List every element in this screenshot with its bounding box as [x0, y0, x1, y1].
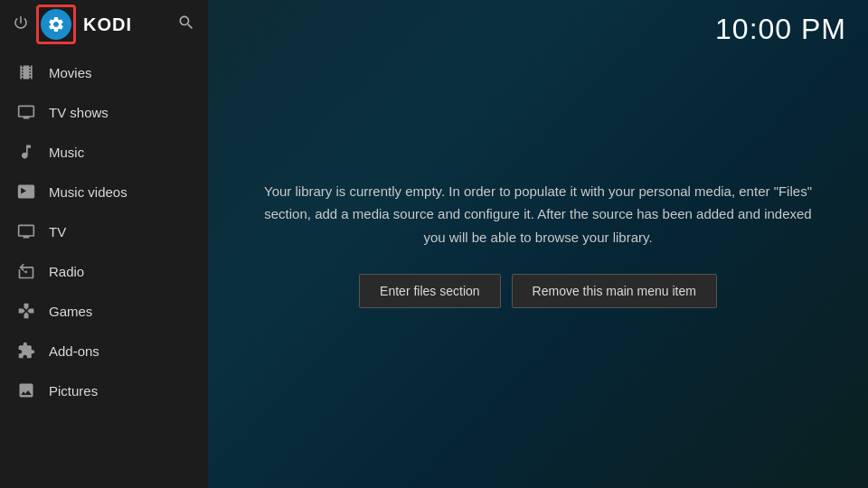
sidebar-item-games[interactable]: Games — [0, 291, 208, 331]
tv-label: TV — [49, 224, 66, 239]
library-empty-message: Your library is currently empty. In orde… — [262, 180, 814, 249]
addons-icon — [16, 341, 36, 361]
games-icon — [16, 301, 36, 321]
addons-label: Add-ons — [49, 343, 99, 359]
center-panel: Your library is currently empty. In orde… — [208, 0, 868, 488]
games-label: Games — [49, 304, 92, 319]
movies-label: Movies — [49, 65, 92, 80]
radio-icon — [16, 261, 36, 281]
main-content: 10:00 PM Your library is currently empty… — [208, 0, 868, 488]
tvshows-icon — [16, 102, 36, 122]
settings-button[interactable] — [36, 5, 76, 44]
music-label: Music — [49, 145, 84, 160]
power-icon[interactable] — [13, 14, 29, 35]
search-icon[interactable] — [177, 14, 195, 36]
enter-files-button[interactable]: Enter files section — [359, 274, 501, 308]
sidebar-item-tvshows[interactable]: TV shows — [0, 92, 208, 132]
sidebar-item-tv[interactable]: TV — [0, 211, 208, 251]
remove-menu-item-button[interactable]: Remove this main menu item — [512, 274, 717, 308]
tvshows-label: TV shows — [49, 105, 108, 120]
sidebar-item-musicvideos[interactable]: Music videos — [0, 172, 208, 211]
tv-icon — [16, 221, 36, 241]
app-title: KODI — [83, 14, 170, 35]
musicvideos-label: Music videos — [49, 184, 127, 200]
pictures-icon — [16, 380, 36, 400]
sidebar-item-addons[interactable]: Add-ons — [0, 331, 208, 371]
settings-gear-icon — [41, 9, 71, 40]
sidebar: KODI Movies TV shows — [0, 0, 208, 488]
sidebar-item-pictures[interactable]: Pictures — [0, 371, 208, 410]
sidebar-header: KODI — [0, 0, 208, 49]
sidebar-item-movies[interactable]: Movies — [0, 52, 208, 92]
music-icon — [16, 142, 36, 162]
sidebar-item-music[interactable]: Music — [0, 132, 208, 172]
action-buttons: Enter files section Remove this main men… — [359, 274, 717, 308]
pictures-label: Pictures — [49, 383, 98, 399]
musicvideos-icon — [16, 182, 36, 202]
sidebar-item-radio[interactable]: Radio — [0, 251, 208, 291]
menu-list: Movies TV shows Music — [0, 49, 208, 488]
radio-label: Radio — [49, 264, 84, 279]
time-display: 10:00 PM — [715, 13, 846, 46]
movies-icon — [16, 62, 36, 82]
